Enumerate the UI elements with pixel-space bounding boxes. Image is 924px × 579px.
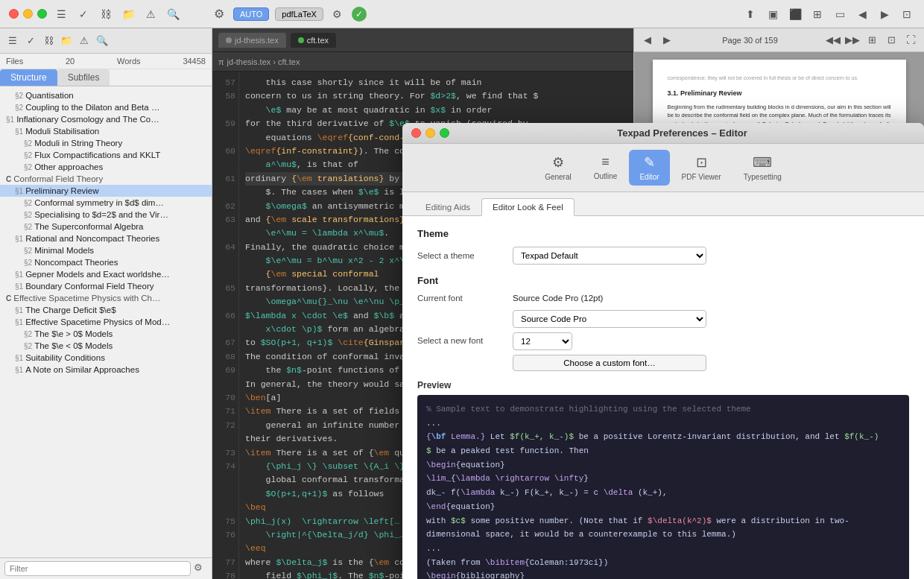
tab-cft[interactable]: cft.tex	[291, 33, 336, 48]
pref-look-feel-tab[interactable]: Editor Look & Feel	[481, 198, 575, 216]
list-item[interactable]: §2Conformal symmetry in $d$ dim…	[0, 197, 212, 209]
list-item[interactable]: §1Effective Spacetime Physics of Mod…	[0, 316, 212, 328]
theme-select[interactable]: Texpad Default	[513, 247, 706, 265]
list-item[interactable]: §2Flux Compactifications and KKLT	[0, 149, 212, 161]
grid-icon[interactable]: ⊞	[809, 6, 826, 22]
list-item[interactable]: §1Moduli Stabilisation	[0, 125, 212, 137]
code-line: this case shortly since it will be of ma…	[245, 76, 627, 89]
sidebar-tabs: Structure Subfiles	[0, 69, 212, 86]
list-item[interactable]: §1A Note on Similar Approaches	[0, 364, 212, 376]
pref-pdf-tab[interactable]: ⊡ PDF Viewer	[671, 150, 732, 186]
format-button[interactable]: pdfLaTeX	[275, 7, 323, 21]
sidebar-toggle-icon[interactable]: ☰	[53, 6, 69, 22]
build-status-icon[interactable]: ✓	[352, 7, 367, 22]
breadcrumb-text: jd-thesis.tex › cft.tex	[227, 57, 300, 66]
pref-close-button[interactable]	[411, 128, 421, 138]
tab-subfiles[interactable]: Subfiles	[57, 69, 110, 86]
layout-icon[interactable]: ⬛	[787, 6, 803, 22]
zoom-in-button[interactable]: ◀◀	[826, 33, 841, 48]
list-item[interactable]: §1Preliminary Review	[0, 185, 212, 197]
filter-input[interactable]	[4, 561, 191, 576]
list-item[interactable]: §2Coupling to the Dilaton and Beta …	[0, 101, 212, 113]
close-button[interactable]	[9, 9, 19, 19]
minimize-button[interactable]	[23, 9, 33, 19]
list-item[interactable]: §1The Charge Deficit $\e$	[0, 304, 212, 316]
settings-icon[interactable]: ⚙	[329, 6, 346, 22]
breadcrumb: π jd-thesis.tex › cft.tex	[212, 52, 633, 72]
list-item[interactable]: §2Quantisation	[0, 89, 212, 101]
files-label: Files	[6, 57, 23, 66]
list-item[interactable]: §2The $\e > 0$ Models	[0, 328, 212, 340]
full-icon[interactable]: ▭	[832, 6, 848, 22]
list-item[interactable]: §1Inflationary Cosmology and The Co…	[0, 113, 212, 125]
prev-page-button[interactable]: ◀	[640, 33, 655, 48]
prev-icon[interactable]: ◀	[854, 6, 870, 22]
pref-outline-tab[interactable]: ≡ Outline	[583, 150, 628, 186]
check-icon[interactable]: ✓	[75, 6, 92, 22]
pref-general-tab[interactable]: ⚙ General	[534, 150, 582, 186]
outline-label: Outline	[594, 172, 618, 180]
list-item[interactable]: §2Specialising to $d=2$ and the Vir…	[0, 209, 212, 221]
checkmark-icon[interactable]: ✓	[24, 34, 37, 48]
list-item[interactable]: CConformal Field Theory	[0, 173, 212, 185]
link2-icon[interactable]: ⛓	[42, 34, 55, 48]
auto-button[interactable]: AUTO	[233, 7, 269, 21]
list-item[interactable]: §2The $\e < 0$ Models	[0, 340, 212, 352]
zoom-out-button[interactable]: ▶▶	[845, 33, 860, 48]
preview-line: \begin{equation}	[426, 458, 900, 472]
tab-structure[interactable]: Structure	[0, 69, 57, 86]
pref-editor-tab[interactable]: ✎ Editor	[629, 150, 669, 186]
preview-section: Preview % Sample text to demonstrate hig…	[417, 380, 909, 579]
font-name-select[interactable]: Source Code Pro	[513, 310, 706, 328]
list-item[interactable]: §1Boundary Conformal Field Theory	[0, 280, 212, 292]
pref-titlebar: Texpad Preferences – Editor	[402, 123, 924, 144]
pref-maximize-button[interactable]	[440, 128, 449, 138]
list-item[interactable]: §1Rational and Noncompact Theories	[0, 232, 212, 244]
maximize-button[interactable]	[37, 9, 47, 19]
pref-editing-aids-tab[interactable]: Editing Aids	[414, 198, 481, 216]
pref-body: Theme Select a theme Texpad Default Font…	[402, 216, 924, 579]
list-item[interactable]: §2Other approaches	[0, 161, 212, 173]
tab-jd-thesis[interactable]: jd-thesis.tex	[218, 33, 286, 48]
preview-line: dimensional space, it would be a counter…	[426, 528, 900, 542]
editor-icon: ✎	[644, 154, 655, 171]
warn2-icon[interactable]: ⚠	[77, 34, 91, 48]
gear-icon[interactable]: ⚙	[211, 6, 227, 22]
next-page-button[interactable]: ▶	[659, 33, 674, 48]
folder2-icon[interactable]: 📁	[60, 34, 73, 48]
list-item[interactable]: §2The Superconformal Algebra	[0, 221, 212, 232]
current-font-row: Current font Source Code Pro (12pt)	[417, 294, 909, 303]
custom-font-button[interactable]: Choose a custom font…	[513, 355, 706, 371]
preview-line: {\bf Lemma.} Let $f(k_+, k_-)$ be a posi…	[426, 430, 900, 444]
filter-settings-icon[interactable]: ⚙	[194, 562, 207, 575]
pdf-label: PDF Viewer	[682, 173, 721, 181]
link-icon[interactable]: ⛓	[98, 6, 114, 22]
list-item[interactable]: §2Noncompact Theories	[0, 256, 212, 268]
list-item[interactable]: CEffective Spacetime Physics with Ch…	[0, 292, 212, 304]
list-item[interactable]: §2Moduli in String Theory	[0, 137, 212, 149]
general-label: General	[545, 173, 572, 181]
share-icon[interactable]: ⬆	[742, 6, 759, 22]
preview-box: % Sample text to demonstrate highlightin…	[417, 395, 909, 579]
list-item[interactable]: §1Suitability Conditions	[0, 352, 212, 364]
warning-icon[interactable]: ⚠	[142, 6, 159, 22]
list-icon[interactable]: ☰	[6, 34, 19, 48]
grid-btn[interactable]: ⊡	[884, 33, 899, 48]
typeset-icon: ⌨	[753, 154, 772, 171]
search-icon[interactable]: 🔍	[165, 6, 181, 22]
sidebar-toolbar: ☰ ✓ ⛓ 📁 ⚠ 🔍	[0, 28, 212, 54]
next-icon[interactable]: ▶	[876, 6, 893, 22]
pref-typeset-tab[interactable]: ⌨ Typesetting	[733, 150, 792, 186]
search2-icon[interactable]: 🔍	[95, 34, 109, 48]
list-item[interactable]: §2Minimal Models	[0, 244, 212, 256]
pref-minimize-button[interactable]	[425, 128, 435, 138]
list-item[interactable]: §1Gepner Models and Exact worldshe…	[0, 268, 212, 280]
layout-btn[interactable]: ⊞	[864, 33, 879, 48]
preview-line: (Taken from \bibitem{Coleman:1973ci})	[426, 556, 900, 570]
more-icon[interactable]: ⊡	[899, 6, 915, 22]
folder-icon[interactable]: 📁	[120, 6, 136, 22]
window-arrange-icon[interactable]: ▣	[765, 6, 781, 22]
fullscreen-btn[interactable]: ⛶	[903, 33, 918, 48]
pdf-toolbar: ◀ ▶ Page 30 of 159 ◀◀ ▶▶ ⊞ ⊡ ⛶	[634, 28, 924, 52]
font-size-select[interactable]: 12	[513, 332, 572, 350]
